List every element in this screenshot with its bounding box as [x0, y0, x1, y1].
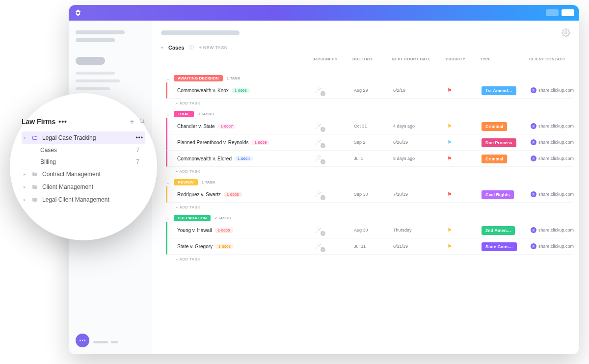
next-court-date[interactable]: 6/2/19 — [393, 88, 447, 93]
sidebar-subitem[interactable]: Billing7 — [22, 156, 145, 168]
priority-flag-icon[interactable]: ⚑ — [447, 123, 482, 130]
priority-flag-icon[interactable]: ⚑ — [447, 87, 482, 94]
sidebar-subitem[interactable]: Cases7 — [22, 144, 145, 156]
svg-point-4 — [318, 155, 321, 158]
task-row[interactable]: Commonwealth v. Eldred1-0004+Jul 15 days… — [166, 151, 572, 167]
col-client-contact: CLIENT CONTACT — [529, 57, 579, 70]
task-row[interactable]: Young v. Hawaii1-0005+Aug 30Thursday⚑2nd… — [166, 222, 572, 238]
client-contact[interactable]: ⎘share.clickup.com — [531, 191, 579, 197]
chevron-right-icon: ▸ — [24, 197, 27, 202]
assignee-add[interactable]: + — [315, 189, 324, 199]
type-chip[interactable]: Due Process — [482, 138, 516, 147]
priority-flag-icon[interactable]: ⚑ — [447, 191, 482, 198]
due-date[interactable]: Jul 31 — [354, 244, 393, 249]
sidebar-item[interactable]: ▸Contract Management — [22, 168, 145, 181]
assignee-add[interactable]: + — [315, 121, 324, 131]
settings-gear-icon[interactable] — [562, 28, 570, 37]
type-chip[interactable]: Criminal — [482, 155, 507, 163]
type-chip[interactable]: Criminal — [482, 122, 507, 131]
client-contact[interactable]: ⎘share.clickup.com — [531, 243, 579, 249]
sidebar-item-label: Client Management — [42, 183, 93, 190]
svg-point-1 — [318, 87, 321, 90]
next-court-date[interactable]: 6/26/19 — [393, 140, 447, 145]
assignee-add[interactable]: + — [315, 241, 324, 251]
add-icon[interactable]: + — [130, 118, 134, 126]
placeholder-line — [76, 87, 110, 90]
add-task-button[interactable]: + ADD TASK — [166, 99, 572, 108]
client-contact[interactable]: ⎘share.clickup.com — [531, 87, 579, 93]
task-row[interactable]: Planned Parenthood v. Reynolds1-0009+Sep… — [166, 134, 572, 151]
task-count: 1 TASK — [202, 180, 215, 184]
task-name: Commonwealth v. Knox1-0006 — [177, 88, 315, 93]
folder-icon — [31, 135, 38, 141]
section-head: ▾ Cases ⓘ + NEW TASK — [152, 41, 579, 54]
client-contact[interactable]: ⎘share.clickup.com — [531, 139, 579, 145]
task-row[interactable]: Commonwealth v. Knox1-0006+Aug 296/2/19⚑… — [166, 82, 572, 99]
main-panel: ▾ Cases ⓘ + NEW TASK ASSIGNEES DUE DATE … — [152, 21, 579, 354]
chevron-right-icon: ▾ — [24, 135, 27, 140]
client-contact[interactable]: ⎘share.clickup.com — [531, 123, 579, 129]
window-control[interactable] — [562, 9, 574, 16]
info-icon[interactable]: ⓘ — [189, 44, 194, 51]
svg-point-3 — [318, 139, 321, 142]
due-date[interactable]: Aug 30 — [354, 228, 393, 233]
assignee-add[interactable]: + — [315, 225, 324, 235]
sidebar-item[interactable]: ▸Client Management — [22, 181, 145, 193]
client-contact[interactable]: ⎘share.clickup.com — [531, 227, 579, 233]
task-row[interactable]: Chandler v. State1-0007+Oct 314 days ago… — [166, 118, 572, 134]
next-court-date[interactable]: Thursday — [393, 228, 447, 233]
placeholder-line — [93, 341, 118, 343]
group-header[interactable]: ⌄PREPARATION2 TASKS — [166, 214, 572, 222]
link-icon: ⎘ — [531, 87, 536, 93]
group-header[interactable]: ⌄REVIEW1 TASK — [166, 178, 572, 186]
chat-button[interactable]: ⋯ — [76, 334, 89, 347]
due-date[interactable]: Oct 31 — [354, 124, 393, 129]
priority-flag-icon[interactable]: ⚑ — [447, 243, 482, 250]
placeholder-line — [76, 79, 120, 82]
link-icon: ⎘ — [531, 139, 536, 145]
more-icon[interactable]: ••• — [58, 118, 67, 126]
due-date[interactable]: Aug 29 — [354, 88, 393, 93]
priority-flag-icon[interactable]: ⚑ — [447, 156, 482, 162]
group-header[interactable]: ⌄AWAITING DECISION1 TASK — [166, 74, 572, 82]
next-court-date[interactable]: 4 days ago — [393, 124, 447, 129]
add-task-button[interactable]: + ADD TASK — [166, 255, 572, 264]
section-title: Cases — [168, 45, 184, 51]
more-icon[interactable]: ••• — [135, 134, 143, 141]
header-actions — [546, 9, 574, 16]
assignee-add[interactable]: + — [315, 137, 324, 147]
search-icon[interactable] — [139, 118, 145, 124]
task-row[interactable]: Rodriguez v. Swartz1-0003+Sep 307/18/19⚑… — [166, 186, 572, 203]
add-task-button[interactable]: + ADD TASK — [166, 167, 572, 176]
next-court-date[interactable]: 6/11/19 — [393, 244, 447, 249]
due-date[interactable]: Jul 1 — [354, 156, 393, 161]
chevron-down-icon: ⌄ — [166, 215, 170, 221]
assignee-add[interactable]: + — [315, 85, 324, 95]
type-chip[interactable]: 1st Amend… — [482, 86, 516, 95]
new-task-button[interactable]: + NEW TASK — [199, 45, 227, 50]
svg-point-8 — [140, 119, 144, 123]
priority-flag-icon[interactable]: ⚑ — [447, 227, 482, 234]
status-group: ⌄REVIEW1 TASKRodriguez v. Swartz1-0003+S… — [166, 178, 572, 212]
add-task-button[interactable]: + ADD TASK — [166, 203, 572, 212]
task-count: 1 TASK — [227, 76, 241, 80]
space-header[interactable]: Law Firms ••• + — [22, 118, 145, 126]
priority-flag-icon[interactable]: ⚑ — [447, 139, 482, 146]
due-date[interactable]: Sep 30 — [354, 192, 393, 197]
chevron-right-icon: ▸ — [24, 172, 27, 177]
assignee-add[interactable]: + — [315, 154, 324, 163]
group-header[interactable]: ⌄TRIAL3 TASKS — [166, 110, 572, 118]
status-group: ⌄PREPARATION2 TASKSYoung v. Hawaii1-0005… — [166, 214, 572, 264]
due-date[interactable]: Sep 2 — [354, 140, 393, 145]
task-row[interactable]: State v. Gregory1-0008+Jul 316/11/19⚑Sta… — [166, 238, 572, 255]
svg-point-7 — [318, 243, 321, 246]
type-chip[interactable]: 2nd Amen… — [482, 226, 515, 235]
type-chip[interactable]: State Cons… — [482, 242, 517, 251]
sidebar-item[interactable]: ▸Legal Client Management — [22, 193, 145, 206]
next-court-date[interactable]: 5 days ago — [393, 156, 447, 161]
client-contact[interactable]: ⎘share.clickup.com — [531, 156, 579, 161]
window-control[interactable] — [546, 9, 559, 16]
next-court-date[interactable]: 7/18/19 — [393, 192, 447, 197]
sidebar-item[interactable]: ▾Legal Case Tracking••• — [22, 131, 145, 144]
type-chip[interactable]: Civil Rights — [482, 190, 514, 199]
